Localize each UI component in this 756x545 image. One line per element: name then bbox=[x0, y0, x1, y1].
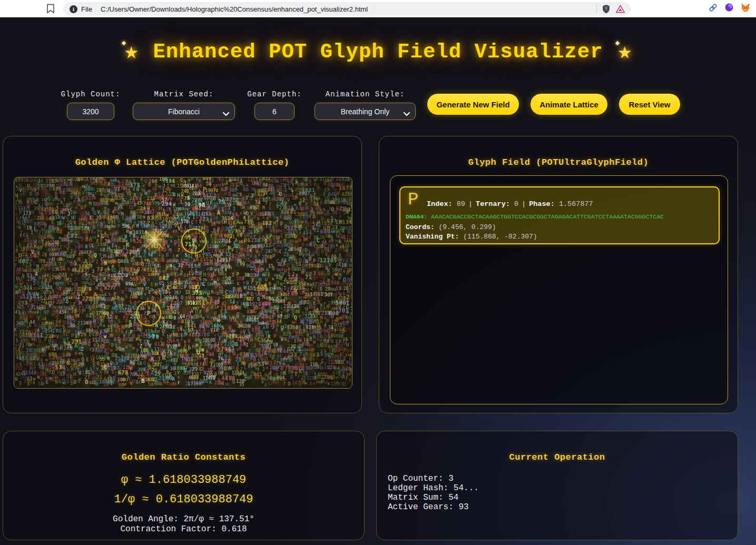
coords-row: Coords: (9.456, 0.299) bbox=[406, 223, 496, 231]
phase-label: Phase: bbox=[529, 200, 555, 208]
metamask-icon[interactable] bbox=[740, 3, 751, 15]
page-info-icon[interactable]: i bbox=[70, 5, 77, 13]
gear-depth-input[interactable] bbox=[254, 103, 294, 120]
animation-style-select[interactable]: Breathing Only bbox=[315, 103, 416, 120]
matrix-seed-value: Fibonacci bbox=[168, 107, 200, 116]
golden-lattice-panel: Golden Φ Lattice (POTGoldenPhiLattice) bbox=[3, 136, 362, 413]
file-scheme-label: File bbox=[81, 5, 92, 13]
coords-value: (9.456, 0.299) bbox=[438, 223, 496, 231]
separator: | bbox=[468, 200, 473, 208]
visualizer-page: ★ Enhanced POT Glyph Field Visualizer ★ … bbox=[0, 17, 756, 545]
wallet-extension-icon[interactable] bbox=[724, 3, 734, 15]
gear-depth-label: Gear Depth: bbox=[246, 90, 303, 98]
constants-body: φ ≈ 1.618033988749 1/φ ≈ 0.618033988749 … bbox=[3, 472, 364, 534]
vanishing-value: (115.868, -82.307) bbox=[463, 233, 537, 241]
animation-style-label: Animation Style: bbox=[315, 90, 416, 98]
separator: | bbox=[522, 200, 526, 208]
coords-label: Coords: bbox=[406, 223, 435, 231]
glyph-count-input[interactable] bbox=[67, 103, 114, 120]
address-bar[interactable]: i File C:/Users/Owner/Downloads/Holograp… bbox=[63, 2, 631, 16]
glowing-star-icon: ★ bbox=[618, 41, 632, 64]
extension-icons bbox=[708, 0, 751, 17]
operation-panel-title: Current Operation bbox=[377, 452, 738, 462]
glyph-field-panel: Glyph Field (POTUltraGlyphField) P Index… bbox=[379, 136, 738, 413]
generate-new-field-button[interactable]: Generate New Field bbox=[427, 94, 519, 115]
dna64-label: DNA64: bbox=[406, 213, 427, 220]
glyph-field-frame: P Index: 89|Ternary: 0|Phase: 1.567877 D… bbox=[390, 175, 728, 404]
bookmark-icon[interactable] bbox=[46, 4, 55, 16]
index-value: 89 bbox=[457, 200, 465, 208]
glyph-count-control: Glyph Count: bbox=[59, 90, 122, 120]
glyph-index-row: Index: 89|Ternary: 0|Phase: 1.567877 bbox=[427, 200, 593, 208]
phase-value: 1.567877 bbox=[559, 200, 593, 208]
golden-angle-constant: Golden Angle: 2π/φ ≈ 137.51° bbox=[3, 514, 364, 524]
vanishing-point-row: Vanishing Pt: (115.868, -82.307) bbox=[406, 233, 537, 241]
lattice-canvas[interactable] bbox=[14, 177, 352, 389]
animation-style-value: Breathing Only bbox=[341, 107, 390, 116]
brave-shield-icon[interactable] bbox=[602, 4, 611, 14]
glowing-star-icon: ★ bbox=[124, 41, 139, 64]
chevron-down-icon bbox=[404, 110, 410, 118]
matrix-sum-line: Matrix Sum: 54 bbox=[388, 493, 479, 502]
animation-style-control: Animation Style: Breathing Only bbox=[315, 90, 416, 120]
operation-body: Op Counter: 3 Ledger Hash: 54... Matrix … bbox=[388, 474, 479, 512]
glyph-count-label: Glyph Count: bbox=[59, 90, 122, 98]
browser-toolbar: i File C:/Users/Owner/Downloads/Holograp… bbox=[0, 0, 756, 17]
link-extension-icon[interactable] bbox=[708, 3, 718, 15]
gear-depth-control: Gear Depth: bbox=[246, 90, 303, 120]
addressbar-divider bbox=[596, 5, 597, 13]
animate-lattice-button[interactable]: Animate Lattice bbox=[531, 94, 607, 115]
app-title-row: ★ Enhanced POT Glyph Field Visualizer ★ bbox=[0, 41, 756, 64]
selected-glyph: P bbox=[408, 190, 418, 210]
contraction-factor-constant: Contraction Factor: 0.618 bbox=[3, 524, 364, 534]
ternary-value: 0 bbox=[514, 200, 518, 208]
url-text[interactable]: C:/Users/Owner/Downloads/Holographic%20C… bbox=[101, 5, 368, 13]
dna64-row: DNA64: AAACACGACCGCTACAAGCTGGTCCACGCGGCT… bbox=[406, 213, 664, 220]
glyph-info-card: P Index: 89|Ternary: 0|Phase: 1.567877 D… bbox=[399, 186, 720, 244]
inverse-phi-constant: 1/φ ≈ 0.618033988749 bbox=[3, 492, 364, 508]
reset-view-button[interactable]: Reset View bbox=[619, 94, 680, 115]
active-gears-line: Active Gears: 93 bbox=[388, 502, 479, 512]
current-operation-panel: Current Operation Op Counter: 3 Ledger H… bbox=[376, 431, 738, 540]
golden-ratio-constants-panel: Golden Ratio Constants φ ≈ 1.61803398874… bbox=[3, 431, 365, 540]
dna64-value: AAACACGACCGCTACAAGCTGGTCCACGCGGCTAGAGACA… bbox=[431, 213, 664, 220]
op-counter-line: Op Counter: 3 bbox=[388, 474, 479, 483]
vanishing-label: Vanishing Pt: bbox=[406, 233, 459, 241]
lattice-panel-title: Golden Φ Lattice (POTGoldenPhiLattice) bbox=[3, 157, 361, 167]
matrix-seed-label: Matrix Seed: bbox=[133, 90, 235, 98]
chevron-down-icon bbox=[223, 110, 229, 118]
matrix-seed-control: Matrix Seed: Fibonacci bbox=[133, 90, 235, 120]
index-label: Index: bbox=[427, 200, 453, 208]
bat-rewards-icon[interactable] bbox=[615, 5, 625, 14]
ledger-hash-line: Ledger Hash: 54... bbox=[388, 483, 479, 493]
glyph-field-panel-title: Glyph Field (POTUltraGlyphField) bbox=[379, 157, 738, 167]
page-title: Enhanced POT Glyph Field Visualizer bbox=[153, 41, 603, 64]
constants-panel-title: Golden Ratio Constants bbox=[3, 452, 364, 462]
ternary-label: Ternary: bbox=[476, 200, 510, 208]
phi-constant: φ ≈ 1.618033988749 bbox=[3, 472, 364, 488]
matrix-seed-select[interactable]: Fibonacci bbox=[133, 103, 235, 120]
